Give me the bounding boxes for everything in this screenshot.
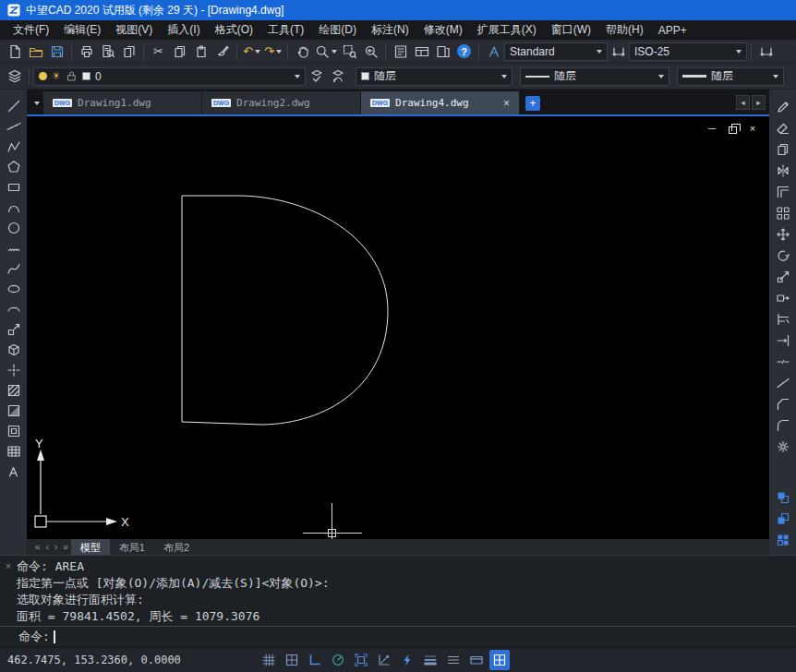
ellipse-arc-button[interactable] bbox=[3, 300, 25, 318]
make-block-button[interactable] bbox=[3, 341, 25, 359]
status-menu-button[interactable] bbox=[443, 650, 464, 670]
copy-button[interactable] bbox=[169, 42, 190, 62]
dim-style-select[interactable]: ISO-25 bbox=[629, 42, 747, 61]
text-style-button[interactable] bbox=[483, 42, 504, 62]
linetype-select[interactable]: 随层 bbox=[520, 67, 669, 86]
new-tab-button[interactable]: + bbox=[525, 96, 540, 111]
point-button[interactable] bbox=[3, 361, 25, 379]
properties-button[interactable] bbox=[390, 42, 411, 62]
match-properties-button[interactable] bbox=[211, 42, 233, 62]
first-layout-icon[interactable]: « bbox=[32, 542, 43, 552]
menu-dimension[interactable]: 标注(N) bbox=[364, 22, 416, 38]
lineweight-toggle[interactable] bbox=[420, 650, 440, 670]
stretch-button[interactable] bbox=[772, 288, 794, 307]
save-button[interactable] bbox=[46, 42, 67, 62]
tab-scroll-right-icon[interactable]: ▸ bbox=[752, 95, 766, 110]
ortho-toggle[interactable] bbox=[305, 650, 325, 670]
move-button[interactable] bbox=[772, 224, 794, 244]
gradient-button[interactable] bbox=[3, 402, 25, 420]
insert-block-button[interactable] bbox=[3, 320, 25, 339]
color-select[interactable]: 随层 bbox=[356, 67, 513, 86]
menu-window[interactable]: 窗口(W) bbox=[544, 22, 598, 38]
menu-format[interactable]: 格式(O) bbox=[208, 22, 260, 38]
mirror-button[interactable] bbox=[772, 161, 794, 180]
cut-button[interactable]: ✂ bbox=[148, 42, 169, 62]
construction-line-button[interactable] bbox=[3, 117, 25, 136]
tab-drawing2[interactable]: DWG Drawing2.dwg bbox=[202, 91, 361, 114]
offset-button[interactable] bbox=[772, 182, 794, 201]
arc-button[interactable] bbox=[3, 198, 25, 217]
layer-previous-button[interactable] bbox=[327, 66, 348, 87]
tab-layout2[interactable]: 布局2 bbox=[154, 539, 199, 555]
object-snap-tracking-toggle[interactable] bbox=[374, 650, 394, 670]
snap-toggle[interactable] bbox=[282, 650, 302, 670]
close-tab-icon[interactable]: × bbox=[503, 97, 510, 110]
menu-app-plus[interactable]: APP+ bbox=[651, 24, 694, 37]
dim-edit-button[interactable] bbox=[755, 42, 777, 62]
stacked-squares-button-1[interactable] bbox=[772, 487, 794, 507]
paste-button[interactable] bbox=[190, 42, 211, 62]
tiled-squares-button[interactable] bbox=[772, 530, 794, 549]
tab-layout1[interactable]: 布局1 bbox=[110, 539, 154, 555]
copy-object-button[interactable] bbox=[772, 139, 794, 159]
scale-button[interactable] bbox=[772, 267, 794, 286]
dock-toggle[interactable] bbox=[466, 650, 487, 670]
menu-modify[interactable]: 修改(M) bbox=[416, 22, 470, 38]
join-button[interactable] bbox=[772, 373, 794, 392]
trim-button[interactable] bbox=[772, 309, 794, 329]
stacked-squares-button-2[interactable] bbox=[772, 509, 794, 528]
menu-file[interactable]: 文件(F) bbox=[6, 22, 56, 38]
menu-insert[interactable]: 插入(I) bbox=[160, 22, 207, 38]
array-button[interactable] bbox=[772, 203, 794, 222]
rotate-button[interactable] bbox=[772, 246, 794, 265]
rectangle-button[interactable] bbox=[3, 178, 25, 197]
menu-view[interactable]: 视图(V) bbox=[108, 22, 160, 38]
undo-button[interactable]: ↶ bbox=[241, 42, 262, 62]
polar-tracking-toggle[interactable] bbox=[328, 650, 348, 670]
tab-scroll-left-icon[interactable]: ◂ bbox=[736, 95, 750, 110]
zoom-window-button[interactable] bbox=[339, 42, 360, 62]
erase-button[interactable] bbox=[772, 118, 794, 138]
dynamic-input-toggle[interactable] bbox=[397, 650, 417, 670]
mtext-button[interactable] bbox=[3, 462, 25, 481]
workspace-toggle[interactable] bbox=[489, 650, 510, 670]
hatch-button[interactable] bbox=[3, 381, 25, 400]
publish-button[interactable] bbox=[118, 42, 139, 62]
menu-tools[interactable]: 工具(T) bbox=[260, 22, 311, 38]
text-style-select[interactable]: Standard bbox=[504, 42, 608, 61]
revision-cloud-button[interactable] bbox=[3, 239, 25, 258]
object-snap-toggle[interactable] bbox=[351, 650, 371, 670]
tool-palettes-button[interactable] bbox=[432, 42, 453, 62]
print-button[interactable] bbox=[76, 42, 97, 62]
edit-properties-button[interactable] bbox=[772, 97, 794, 116]
redo-button[interactable]: ↷ bbox=[262, 42, 283, 62]
menu-express-tools[interactable]: 扩展工具(X) bbox=[470, 22, 544, 38]
polyline-button[interactable] bbox=[3, 138, 25, 156]
drawing-canvas[interactable]: ─ × Y X bbox=[27, 116, 769, 539]
tab-drawing1[interactable]: DWG Drawing1.dwg bbox=[43, 91, 202, 114]
chamfer-button[interactable] bbox=[772, 394, 794, 414]
fillet-button[interactable] bbox=[772, 415, 794, 435]
new-button[interactable] bbox=[4, 42, 25, 62]
make-layer-current-button[interactable] bbox=[306, 66, 327, 87]
lineweight-select[interactable]: 随层 bbox=[677, 67, 784, 86]
open-button[interactable] bbox=[25, 42, 46, 62]
tab-list-dropdown[interactable] bbox=[29, 91, 43, 114]
zoom-previous-button[interactable] bbox=[360, 42, 381, 62]
spline-button[interactable] bbox=[3, 259, 25, 278]
help-button[interactable]: ? bbox=[453, 42, 475, 62]
print-preview-button[interactable] bbox=[97, 42, 118, 62]
circle-button[interactable] bbox=[3, 219, 25, 237]
menu-help[interactable]: 帮助(H) bbox=[598, 22, 651, 38]
last-layout-icon[interactable]: » bbox=[60, 542, 71, 552]
table-button[interactable] bbox=[3, 442, 25, 461]
line-button[interactable] bbox=[3, 97, 25, 115]
extend-button[interactable] bbox=[772, 330, 794, 350]
close-command-icon[interactable]: × bbox=[6, 560, 11, 571]
dim-style-button[interactable] bbox=[608, 42, 629, 62]
tab-drawing4[interactable]: DWG Drawing4.dwg × bbox=[361, 91, 520, 114]
layer-select[interactable]: ☀ 0 bbox=[33, 67, 306, 86]
menu-edit[interactable]: 编辑(E) bbox=[56, 22, 108, 38]
region-button[interactable] bbox=[3, 422, 25, 440]
design-center-button[interactable] bbox=[411, 42, 432, 62]
